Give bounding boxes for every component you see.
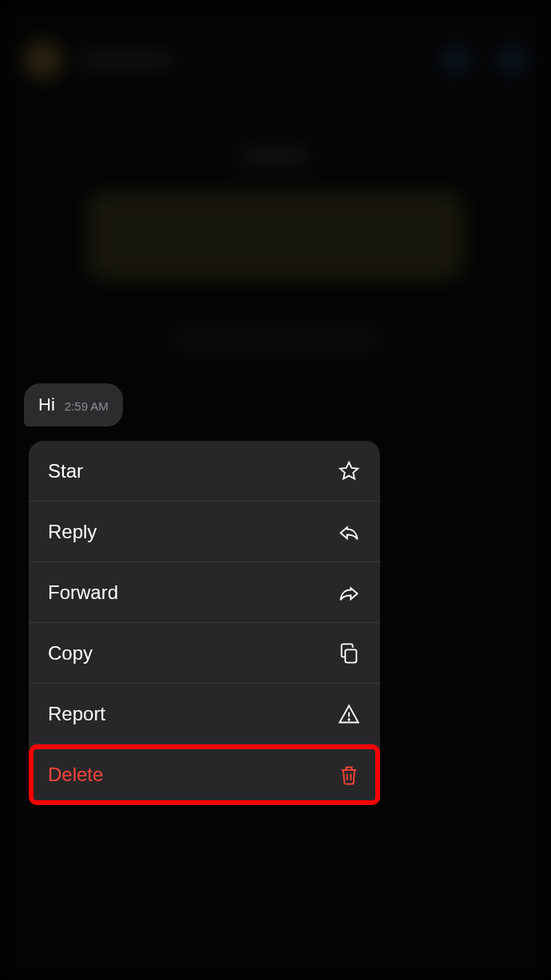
menu-item-label: Delete bbox=[48, 764, 103, 786]
trash-icon bbox=[337, 763, 361, 787]
forward-icon bbox=[337, 581, 361, 605]
menu-item-label: Forward bbox=[48, 581, 118, 604]
menu-item-label: Report bbox=[48, 703, 105, 725]
svg-rect-0 bbox=[345, 649, 356, 662]
menu-item-label: Copy bbox=[48, 642, 93, 665]
svg-point-2 bbox=[348, 719, 349, 720]
star-icon bbox=[337, 459, 361, 483]
menu-item-copy[interactable]: Copy bbox=[29, 623, 380, 684]
message-text: Hi bbox=[38, 395, 55, 415]
menu-item-delete[interactable]: Delete bbox=[29, 744, 380, 805]
copy-icon bbox=[337, 641, 361, 665]
menu-item-star[interactable]: Star bbox=[29, 441, 380, 502]
message-context-menu: Star Reply Forward Copy Report Delete bbox=[29, 441, 380, 805]
warning-icon bbox=[337, 702, 361, 726]
message-time: 2:59 AM bbox=[65, 399, 109, 413]
menu-item-label: Reply bbox=[48, 521, 97, 543]
menu-item-label: Star bbox=[48, 460, 83, 482]
menu-item-report[interactable]: Report bbox=[29, 684, 380, 744]
reply-icon bbox=[337, 520, 361, 544]
menu-item-forward[interactable]: Forward bbox=[29, 562, 380, 623]
menu-item-reply[interactable]: Reply bbox=[29, 502, 380, 562]
selected-message-bubble[interactable]: Hi 2:59 AM bbox=[24, 383, 123, 427]
